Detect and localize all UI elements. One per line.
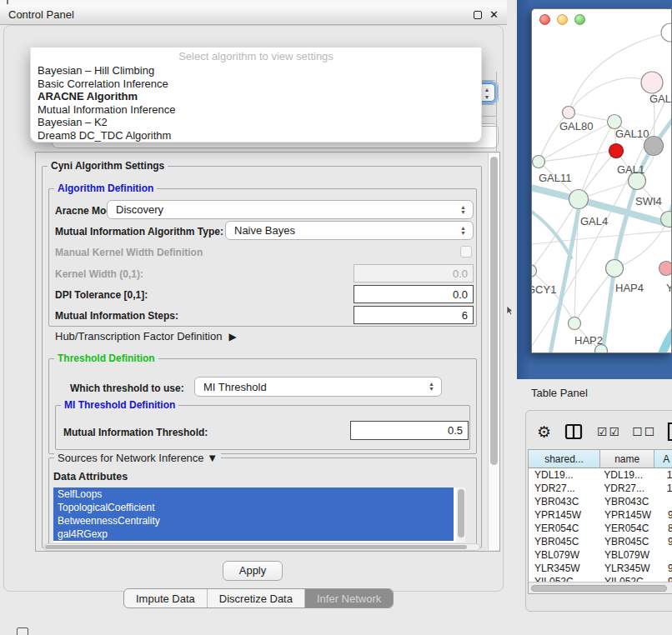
- settings-vertical-scrollbar[interactable]: [488, 153, 499, 550]
- groupbox-edge-line: [496, 72, 497, 152]
- list-vertical-scrollbar[interactable]: [456, 488, 465, 542]
- scrollbar-thumb[interactable]: [458, 489, 464, 538]
- mi-threshold-value: 0.5: [448, 424, 463, 437]
- zoom-window-icon[interactable]: [574, 14, 585, 25]
- node-red[interactable]: [609, 144, 624, 158]
- node-hap4[interactable]: [606, 260, 624, 278]
- mi-algorithm-type-label: Mutual Information Algorithm Type:: [55, 226, 223, 238]
- columns-icon[interactable]: [564, 422, 583, 441]
- float-window-icon[interactable]: [474, 11, 482, 19]
- table-horizontal-scrollbar[interactable]: [529, 582, 672, 593]
- tab-impute-data[interactable]: Impute Data: [124, 589, 207, 608]
- screen: { "control_panel": { "title": "Control P…: [0, 0, 672, 635]
- list-item-selfloops[interactable]: SelfLoops: [53, 488, 454, 501]
- kernel-width-value: 0.0: [453, 268, 468, 280]
- node-label-gal10: GAL10: [615, 128, 649, 140]
- node-label-swi4: SWI4: [635, 195, 662, 208]
- cell: YER054C: [595, 522, 654, 534]
- cell: YPR145W: [529, 509, 595, 521]
- network-view-window[interactable]: GAL80 GAL10 GAL11 GAL1 SWI4 GAL4 GCY1 HA…: [531, 8, 672, 353]
- close-window-icon[interactable]: [539, 14, 550, 25]
- mi-algorithm-type-combobox[interactable]: Naive Bayes ▲▼: [225, 221, 474, 240]
- collapse-arrow-icon[interactable]: ▼: [207, 452, 218, 464]
- node-green-right[interactable]: [661, 212, 672, 228]
- column-header-name[interactable]: name: [599, 450, 654, 468]
- node-unlabeled[interactable]: [661, 23, 672, 42]
- popup-item-bayesian-k2[interactable]: Bayesian – K2: [31, 116, 481, 129]
- cell: YDR27...: [594, 482, 652, 494]
- aracne-mode-combobox[interactable]: Discovery ▲▼: [107, 200, 474, 219]
- hub-section-label: Hub/Transcription Factor Definition: [55, 330, 222, 342]
- cell: 9.: [654, 562, 672, 574]
- node-label-gal1: GAL1: [617, 163, 644, 176]
- popup-item-basic-correlation[interactable]: Basic Correlation Inference: [31, 78, 481, 91]
- table-row[interactable]: YBR043C YBR043C: [529, 495, 672, 508]
- which-threshold-value: MI Threshold: [203, 381, 267, 393]
- popup-placeholder: Select algorithm to view settings: [31, 48, 481, 64]
- scrollbar-thumb[interactable]: [45, 545, 467, 549]
- node-label-hap4: HAP4: [615, 282, 644, 294]
- close-icon[interactable]: ✕: [489, 11, 499, 19]
- list-item-topologicalcoefficient[interactable]: TopologicalCoefficient: [53, 501, 454, 514]
- which-threshold-combobox[interactable]: MI Threshold ▲▼: [194, 377, 442, 397]
- node-salmon[interactable]: [659, 262, 672, 276]
- settings-horizontal-scrollbar[interactable]: [43, 543, 480, 551]
- groupbox-edge-line: [482, 116, 497, 117]
- cell: YDR27...: [529, 482, 594, 494]
- export-table-icon[interactable]: [666, 422, 672, 442]
- popup-item-bayesian-hill-climbing[interactable]: Bayesian – Hill Climbing: [31, 64, 481, 78]
- tab-infer-network[interactable]: Infer Network: [304, 589, 393, 608]
- table-header-row: shared... name A: [529, 450, 672, 468]
- manual-kernel-width-label: Manual Kernel Width Definition: [55, 247, 203, 258]
- table-row[interactable]: YBL079W YBL079W: [529, 548, 672, 562]
- node-gal4[interactable]: [569, 190, 589, 209]
- scrollbar-thumb[interactable]: [531, 585, 667, 592]
- node-gal11[interactable]: [533, 156, 545, 168]
- table-row[interactable]: YPR145W YPR145W 9.: [529, 508, 672, 522]
- apply-button[interactable]: Apply: [223, 561, 283, 581]
- deselect-all-checkboxes-icon[interactable]: ☐☐: [632, 425, 656, 438]
- mi-threshold-field[interactable]: 0.5: [350, 421, 469, 440]
- node-table[interactable]: shared... name A YDL19... YDL19... 13 YD…: [528, 449, 672, 594]
- which-threshold-label: Which threshold to use:: [70, 382, 184, 394]
- cyni-algorithm-settings-title: Cyni Algorithm Settings: [48, 160, 168, 172]
- node-gal10[interactable]: [608, 115, 622, 129]
- popup-item-aracne[interactable]: ARACNE Algorithm: [31, 90, 481, 103]
- column-header-shared-name[interactable]: shared...: [529, 450, 599, 468]
- cell: YBR043C: [529, 496, 595, 508]
- table-row[interactable]: YBR045C YBR045C 9.: [529, 535, 672, 548]
- list-item-betweennesscentrality[interactable]: BetweennessCentrality: [53, 514, 454, 528]
- bottom-corner-button[interactable]: [17, 628, 28, 635]
- bottom-tabbar: Impute Data Discretize Data Infer Networ…: [123, 588, 394, 608]
- mi-steps-value: 6: [462, 309, 468, 322]
- node-hap2[interactable]: [569, 318, 581, 330]
- dpi-tolerance-field[interactable]: 0.0: [354, 285, 474, 303]
- network-nodes[interactable]: [532, 23, 672, 353]
- popup-item-dream8[interactable]: Dream8 DC_TDC Algorithm: [31, 129, 481, 142]
- list-item-gal4rgexp[interactable]: gal4RGexp: [53, 528, 454, 541]
- cell: 13: [653, 469, 672, 481]
- combobox-stepper-icon: ▲▼: [460, 226, 466, 236]
- kernel-width-field[interactable]: 0.0: [354, 264, 474, 282]
- table-row[interactable]: YDR27... YDR27... 12: [529, 482, 672, 495]
- mi-steps-field[interactable]: 6: [354, 306, 474, 324]
- expand-arrow-icon[interactable]: ▶: [228, 331, 236, 342]
- scrollbar-thumb[interactable]: [490, 157, 498, 465]
- table-row[interactable]: YLR345W YLR345W 9.: [529, 562, 672, 575]
- node-gal80[interactable]: [563, 107, 575, 119]
- tab-discretize-data[interactable]: Discretize Data: [207, 589, 304, 608]
- minimize-window-icon[interactable]: [557, 14, 568, 25]
- hub-transcription-factor-section[interactable]: Hub/Transcription Factor Definition▶: [55, 330, 237, 342]
- table-panel-title: Table Panel: [531, 387, 588, 399]
- popup-item-mutual-information[interactable]: Mutual Information Inference: [31, 103, 481, 117]
- table-row[interactable]: YER054C YER054C 8.: [529, 522, 672, 535]
- column-header-partial[interactable]: A: [654, 450, 672, 468]
- table-row[interactable]: YDL19... YDL19... 13: [529, 468, 672, 482]
- cell: YBL079W: [529, 549, 595, 561]
- select-all-checkboxes-icon[interactable]: ☑☑: [597, 425, 621, 438]
- gear-icon[interactable]: ⚙: [537, 422, 551, 442]
- cell: 9.: [654, 509, 672, 521]
- node-label-gal-partial: GAL: [649, 92, 671, 105]
- manual-kernel-width-checkbox[interactable]: [460, 246, 472, 258]
- node-gal2[interactable]: [641, 72, 663, 93]
